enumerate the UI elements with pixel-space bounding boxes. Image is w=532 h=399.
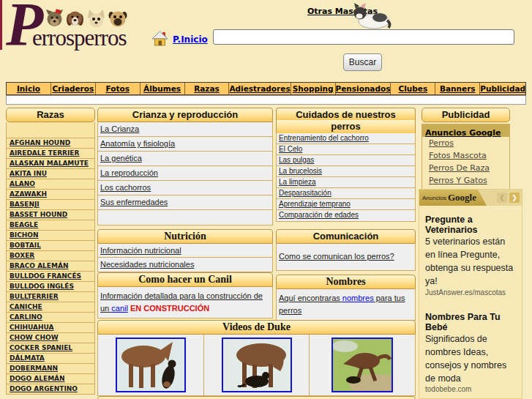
- canil-link[interactable]: canil: [111, 304, 128, 313]
- cuidados-link[interactable]: Desparasitación: [277, 188, 415, 199]
- breeds-blank-cell: [7, 122, 94, 138]
- cuidados-links: Entrenamiento del cachorro El Celo Las p…: [276, 133, 416, 222]
- crianza-link[interactable]: Los cachorros: [98, 181, 272, 195]
- crianza-link[interactable]: Sus enfermedades: [98, 195, 272, 210]
- breed-link[interactable]: BASSET HOUND: [7, 209, 94, 220]
- video-cell: [310, 335, 415, 395]
- crianza-link[interactable]: La Crianza: [98, 122, 272, 137]
- cuidados-link[interactable]: Entrenamiento del cachorro: [277, 133, 415, 144]
- nutricion-link[interactable]: Información nutricional: [98, 244, 272, 258]
- adsense-brand: AnunciosGoogle: [419, 190, 487, 206]
- breed-link[interactable]: BULLTERRIER: [7, 291, 94, 302]
- anuncios-links-box: Anuncios Google Perros Fotos Mascota Per…: [422, 124, 510, 190]
- breed-link[interactable]: AKITA INU: [7, 168, 94, 179]
- nav-item-albumes[interactable]: Álbumes: [141, 83, 185, 94]
- nombres-cell: Aquí encontraras nombres para tus perros: [276, 289, 416, 321]
- breed-link[interactable]: BOXER: [7, 250, 94, 261]
- prev-ads-icon[interactable]: ❮: [497, 193, 507, 203]
- breed-link[interactable]: BULLDOG INGLÉS: [7, 281, 94, 291]
- cuidados-link[interactable]: Aprendizaje temprano: [277, 199, 415, 210]
- next-section-strip: [97, 396, 416, 399]
- home-link[interactable]: P.Inicio: [173, 34, 208, 45]
- cuidados-link[interactable]: Las pulgas: [277, 155, 415, 166]
- breed-link[interactable]: BASENJI: [7, 199, 94, 209]
- ad-topic-link[interactable]: Perros Y Gatos: [422, 174, 509, 187]
- video-thumbnail-2[interactable]: [222, 338, 292, 392]
- ad-item: Pregunte a Veterinarios 5 veterinarios e…: [425, 215, 516, 297]
- breed-link[interactable]: BRACO ALEMÁN: [7, 261, 94, 271]
- nav-item-adiestradores[interactable]: Adiestradores: [229, 83, 291, 94]
- column-crianza: Crianza y reproducción La Crianza Anatom…: [97, 108, 273, 318]
- decorative-maroon-strip: [0, 0, 2, 50]
- nav-item-inicio[interactable]: Inicio: [7, 83, 51, 94]
- breed-link[interactable]: ALANO: [7, 179, 94, 189]
- nav-item-criaderos[interactable]: Criaderos: [51, 83, 96, 94]
- breed-link[interactable]: DÁLMATA: [7, 353, 94, 363]
- ad-title-link[interactable]: Nombres Para Tu Bebé: [425, 312, 516, 332]
- breed-link[interactable]: CANICHE: [7, 302, 94, 312]
- crianza-link[interactable]: Anatomía y fisiología: [98, 137, 272, 152]
- breeds-sidebar-title: Razas: [6, 108, 95, 122]
- cuidados-link[interactable]: El Celo: [277, 144, 415, 155]
- crianza-link[interactable]: La genética: [98, 152, 272, 166]
- subnav-empty-strip: [6, 95, 526, 105]
- cuidados-link[interactable]: Comparación de edades: [277, 210, 415, 221]
- breed-link[interactable]: BEAGLE: [7, 220, 94, 230]
- breed-link[interactable]: AZAWAKH: [7, 189, 94, 199]
- adsense-brand-name: Google: [448, 192, 476, 204]
- canil-section-title: Como hacer un Canil: [97, 272, 273, 287]
- nav-item-fotos[interactable]: Fotos: [96, 83, 141, 94]
- breed-link[interactable]: DOBERMANN: [7, 363, 94, 373]
- video-thumbnail-3[interactable]: [331, 338, 393, 392]
- search-input[interactable]: [213, 29, 514, 45]
- ad-topic-link[interactable]: Perros De Raza: [422, 162, 509, 174]
- nutricion-link[interactable]: Necesidades nutricionales: [98, 258, 272, 272]
- comunicacion-link[interactable]: Como se comunican los perros?: [279, 252, 394, 261]
- ad-topic-link[interactable]: Fotos Mascota: [422, 149, 509, 162]
- ad-title-link[interactable]: Pregunte a Veterinarios: [425, 215, 516, 235]
- nav-item-clubes[interactable]: Clubes: [391, 83, 435, 94]
- crianza-links: La Crianza Anatomía y fisiología La gené…: [97, 122, 273, 225]
- cuidados-link[interactable]: La brucelosis: [277, 166, 415, 177]
- nav-item-pensionados[interactable]: Pensionados: [336, 83, 391, 94]
- nav-item-publicidad[interactable]: Publicidad: [480, 83, 525, 94]
- crianza-spacer: [98, 210, 272, 225]
- breed-link[interactable]: COCKER SPANIEL: [7, 343, 94, 353]
- ad-body: Significados de nombres Ideas, consejos …: [425, 332, 516, 386]
- cat-image[interactable]: [349, 1, 391, 30]
- publicidad-title: Publicidad: [422, 108, 510, 122]
- breed-link[interactable]: DOGO ARGENTINO: [7, 384, 94, 394]
- home-icon[interactable]: [151, 30, 169, 47]
- nav-item-razas[interactable]: Razas: [185, 83, 230, 94]
- ad-url: JustAnswer.es/mascotas: [425, 288, 516, 297]
- next-ads-icon[interactable]: ❯: [509, 193, 520, 203]
- crianza-link[interactable]: La reproducción: [98, 166, 272, 181]
- ad-topic-link[interactable]: Perros: [422, 137, 509, 149]
- breed-link[interactable]: CHIHUAHUA: [7, 322, 94, 332]
- nav-item-banners[interactable]: Banners: [435, 83, 480, 94]
- breed-link[interactable]: BICHON: [7, 230, 94, 240]
- breed-link[interactable]: BULLDOG FRANCÉS: [7, 271, 94, 281]
- anuncios-google-link[interactable]: Anuncios Google: [425, 128, 501, 138]
- breed-link[interactable]: CARLINO: [7, 312, 94, 322]
- breed-link[interactable]: AFGHAN HOUND: [7, 138, 94, 148]
- pug-dog-icon: [108, 9, 127, 29]
- ad-body: 5 veterinarios están en línea Pregunte, …: [425, 235, 516, 288]
- search-button[interactable]: Buscar: [343, 53, 382, 71]
- breeds-sidebar: Razas AFGHAN HOUND AIREDALE TERRIER ALAS…: [6, 108, 95, 395]
- videos-row: [97, 335, 416, 396]
- cuidados-link[interactable]: La limpieza: [277, 177, 415, 188]
- adsense-header-bar: AnunciosGoogle ❮ ❯: [419, 190, 522, 206]
- breed-link[interactable]: CHOW CHOW: [7, 332, 94, 343]
- yorkie-dog-icon: [45, 9, 64, 29]
- breed-link[interactable]: ALASKAN MALAMUTE: [7, 158, 94, 168]
- nombres-link[interactable]: nombres: [342, 294, 374, 302]
- breed-link[interactable]: AIREDALE TERRIER: [7, 148, 94, 158]
- breed-link[interactable]: DOGO ALEMÁN: [7, 373, 94, 384]
- video-cell: [98, 335, 204, 395]
- publicidad-sidebar: Publicidad: [422, 108, 510, 122]
- video-thumbnail-1[interactable]: [116, 338, 186, 392]
- ad-item: Nombres Para Tu Bebé Significados de nom…: [425, 312, 516, 394]
- nav-item-shopping[interactable]: Shopping: [291, 83, 336, 94]
- breed-link[interactable]: BOBTAIL: [7, 240, 94, 250]
